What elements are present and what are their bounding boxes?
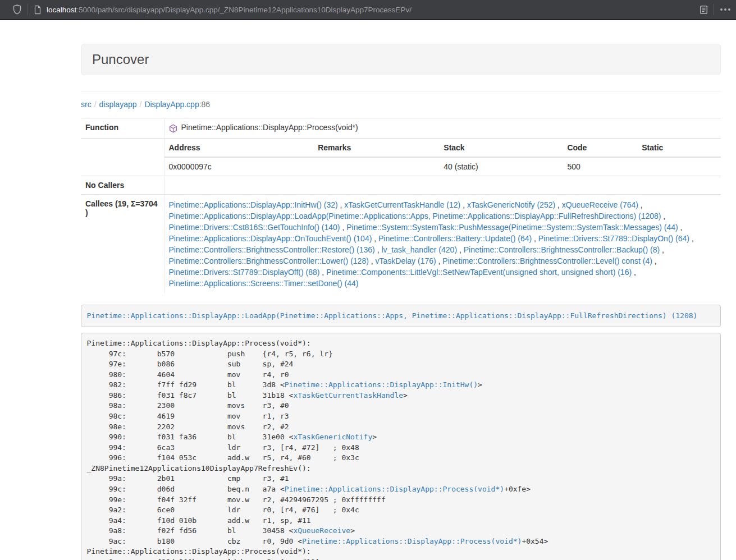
url-host: localhost	[47, 6, 76, 14]
callee-link[interactable]: Pinetime::Controllers::BrightnessControl…	[464, 245, 660, 254]
static-header: Static	[637, 139, 721, 157]
page-icon[interactable]	[34, 5, 42, 15]
callees-line: Pinetime::Controllers::BrightnessControl…	[169, 244, 717, 255]
callees-line: Pinetime::Applications::DisplayApp::Load…	[169, 210, 717, 222]
remarks-header: Remarks	[313, 139, 439, 157]
callee-link[interactable]: xTaskGetCurrentTaskHandle (12)	[344, 200, 460, 209]
callee-link[interactable]: Pinetime::Controllers::BrightnessControl…	[442, 256, 652, 265]
breadcrumb-link[interactable]: src	[81, 100, 92, 109]
page-content: Puncover src/displayapp/DisplayApp.cpp:8…	[81, 44, 721, 560]
highlighted-callee: Pinetime::Applications::DisplayApp::Load…	[81, 305, 721, 327]
callee-link[interactable]: Pinetime::Drivers::St7789::DisplayOff() …	[169, 268, 320, 277]
callee-link[interactable]: Pinetime::Applications::Screens::Timer::…	[169, 279, 359, 288]
callees-line: Pinetime::Drivers::St7789::DisplayOff() …	[169, 267, 717, 278]
address-value: 0x0000097c	[164, 157, 314, 176]
callee-link[interactable]: Pinetime::Applications::DisplayApp::Load…	[169, 212, 661, 221]
app-header: Puncover	[81, 44, 721, 75]
shield-icon[interactable]	[12, 4, 22, 15]
stack-value: 40 (static)	[439, 157, 563, 176]
symbol-link[interactable]: Pinetime::Applications::DisplayApp::Proc…	[302, 537, 522, 545]
symbol-table: Function Pinetime::Applications::Display…	[81, 118, 721, 293]
url-bar[interactable]: localhost:5000/path/src/displayapp/Displ…	[47, 6, 700, 14]
callees-label: Callees (19, Σ=3704 )	[81, 195, 164, 294]
section-divider	[81, 91, 721, 91]
assembly-code: Pinetime::Applications::DisplayApp::Proc…	[81, 333, 721, 560]
symbol-link[interactable]: Pinetime::Applications::DisplayApp::Proc…	[285, 485, 504, 493]
reader-view-icon[interactable]	[700, 5, 708, 15]
static-value	[637, 157, 721, 176]
callees-list: Pinetime::Applications::DisplayApp::Init…	[164, 195, 721, 294]
function-row-label: Function	[81, 118, 164, 139]
callee-link[interactable]: Pinetime::System::SystemTask::PushMessag…	[346, 223, 678, 232]
callee-link[interactable]: Pinetime::Controllers::BrightnessControl…	[169, 245, 375, 254]
callees-line: Pinetime::Applications::Screens::Timer::…	[169, 278, 717, 289]
cube-icon	[169, 124, 177, 135]
no-callers-label: No Callers	[81, 176, 164, 195]
table-row: Callees (19, Σ=3704 ) Pinetime::Applicat…	[81, 195, 721, 294]
highlighted-callee-link[interactable]: Pinetime::Applications::DisplayApp::Load…	[87, 311, 698, 320]
breadcrumb-separator: /	[92, 100, 99, 109]
symbol-link[interactable]: xTaskGenericNotify	[293, 433, 372, 441]
callee-link[interactable]: xTaskGenericNotify (252)	[467, 200, 555, 209]
remarks-value	[313, 157, 439, 176]
code-header: Code	[563, 139, 637, 157]
breadcrumb-link[interactable]: DisplayApp.cpp	[144, 100, 199, 109]
breadcrumb-line-number: :86	[199, 100, 210, 109]
table-row: Function Pinetime::Applications::Display…	[81, 118, 721, 139]
function-name: Pinetime::Applications::DisplayApp::Proc…	[181, 123, 358, 132]
callee-link[interactable]: vTaskDelay (176)	[376, 256, 436, 265]
table-row: No Callers	[81, 176, 721, 195]
browser-toolbar: localhost:5000/path/src/displayapp/Displ…	[0, 0, 736, 20]
attributes-table: Address Remarks Stack Code Static 0x0000…	[164, 139, 721, 176]
code-value: 500	[563, 157, 637, 176]
symbol-link[interactable]: xQueueReceive	[293, 526, 350, 535]
callees-line: Pinetime::Applications::DisplayApp::Init…	[169, 199, 717, 210]
breadcrumb-separator: /	[137, 100, 145, 109]
stack-header: Stack	[439, 139, 563, 157]
toolbar-divider	[714, 4, 714, 15]
callee-link[interactable]: Pinetime::Drivers::Cst816S::GetTouchInfo…	[169, 223, 340, 232]
address-header: Address	[164, 139, 314, 157]
callee-link[interactable]: xQueueReceive (764)	[562, 200, 638, 209]
callee-link[interactable]: Pinetime::Controllers::BrightnessControl…	[169, 256, 369, 265]
breadcrumb-link[interactable]: displayapp	[99, 100, 137, 109]
callee-link[interactable]: Pinetime::Drivers::St7789::DisplayOn() (…	[538, 234, 689, 243]
callee-link[interactable]: Pinetime::Applications::DisplayApp::Init…	[169, 200, 338, 209]
callee-link[interactable]: Pinetime::Components::LittleVgl::SetNewT…	[326, 268, 632, 277]
url-path: :5000/path/src/displayapp/DisplayApp.cpp…	[76, 6, 412, 14]
toolbar-divider	[28, 4, 28, 15]
callees-line: Pinetime::Controllers::BrightnessControl…	[169, 255, 717, 267]
ellipsis-icon[interactable]	[720, 8, 731, 11]
callees-line: Pinetime::Applications::DisplayApp::OnTo…	[169, 233, 717, 244]
breadcrumb: src/displayapp/DisplayApp.cpp:86	[81, 99, 721, 110]
callee-link[interactable]: Pinetime::Controllers::Battery::Update()…	[378, 234, 532, 243]
callee-link[interactable]: lv_task_handler (420)	[381, 245, 457, 254]
table-header-row: Address Remarks Stack Code Static	[164, 139, 721, 157]
symbol-link[interactable]: Pinetime::Applications::DisplayApp::Init…	[285, 380, 478, 389]
table-row: 0x0000097c 40 (static) 500	[164, 157, 721, 176]
symbol-link[interactable]: xTaskGetCurrentTaskHandle	[293, 391, 403, 400]
table-row: Address Remarks Stack Code Static 0x0000…	[81, 139, 721, 176]
callees-line: Pinetime::Drivers::Cst816S::GetTouchInfo…	[169, 222, 717, 233]
app-title[interactable]: Puncover	[92, 52, 149, 67]
callee-link[interactable]: Pinetime::Applications::DisplayApp::OnTo…	[169, 234, 372, 243]
